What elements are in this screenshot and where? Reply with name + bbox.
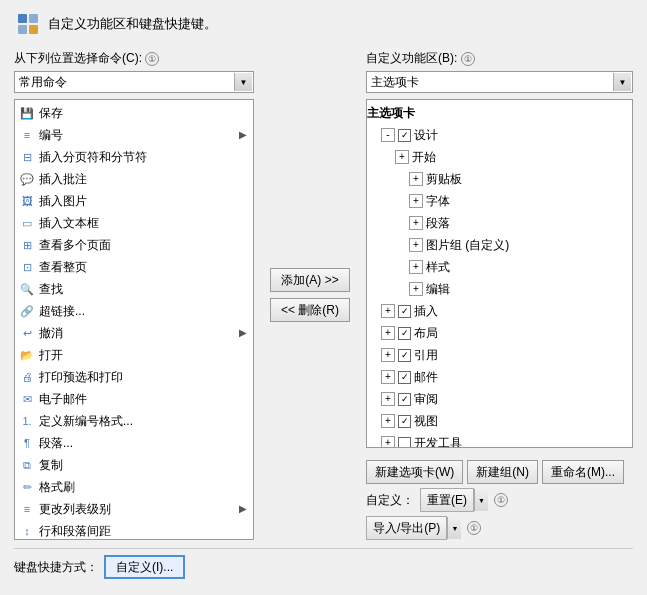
- tree-expand-icon[interactable]: +: [395, 150, 409, 164]
- left-info-icon: ①: [145, 52, 159, 66]
- tree-expand-icon[interactable]: +: [381, 392, 395, 406]
- command-list-item[interactable]: ⧉复制: [15, 454, 253, 476]
- tree-item-label: 布局: [414, 324, 438, 342]
- command-list-item[interactable]: 📂打开: [15, 344, 253, 366]
- tree-expand-icon[interactable]: +: [409, 282, 423, 296]
- tree-item[interactable]: +插入: [367, 300, 632, 322]
- command-list-item[interactable]: ↕行和段落间距: [15, 520, 253, 540]
- ribbon-customize-dropdown[interactable]: 主选项卡: [366, 71, 633, 93]
- left-dropdown-wrapper[interactable]: 常用命令 ▼: [14, 71, 254, 93]
- tree-expand-icon[interactable]: +: [409, 260, 423, 274]
- tree-item[interactable]: +剪贴板: [367, 168, 632, 190]
- command-list-item[interactable]: 🖼插入图片: [15, 190, 253, 212]
- import-export-arrow-icon[interactable]: ▼: [447, 517, 461, 539]
- tree-expand-icon[interactable]: +: [381, 436, 395, 448]
- tree-item[interactable]: +开始: [367, 146, 632, 168]
- command-item-label: 段落...: [39, 434, 73, 452]
- reset-dropdown[interactable]: 重置(E) ▼: [420, 488, 488, 512]
- tree-item[interactable]: +开发工具: [367, 432, 632, 448]
- tree-item[interactable]: -设计: [367, 124, 632, 146]
- main-content: 从下列位置选择命令(C): ① 常用命令 ▼ 💾保存≡编号▶⊟插入分页符和分节符…: [14, 50, 633, 540]
- pagebreak-icon: ⊟: [19, 149, 35, 165]
- keyboard-customize-button[interactable]: 自定义(I)...: [104, 555, 185, 579]
- tree-expand-icon[interactable]: +: [409, 216, 423, 230]
- tree-expand-icon[interactable]: +: [381, 348, 395, 362]
- command-list-item[interactable]: 💾保存: [15, 102, 253, 124]
- command-list-item[interactable]: 🔍查找: [15, 278, 253, 300]
- tree-checkbox[interactable]: [398, 305, 411, 318]
- command-list-item[interactable]: ✉电子邮件: [15, 388, 253, 410]
- dialog-title: 自定义功能区和键盘快捷键。: [48, 15, 217, 33]
- tree-expand-icon[interactable]: +: [409, 238, 423, 252]
- reset-arrow-icon[interactable]: ▼: [474, 489, 488, 511]
- tree-item[interactable]: +审阅: [367, 388, 632, 410]
- command-item-label: 插入图片: [39, 192, 87, 210]
- tree-item[interactable]: +布局: [367, 322, 632, 344]
- command-list-item[interactable]: 🔗超链接...: [15, 300, 253, 322]
- tree-item[interactable]: +样式: [367, 256, 632, 278]
- undo-icon: ↩: [19, 325, 35, 341]
- command-list-item[interactable]: ⊡查看整页: [15, 256, 253, 278]
- command-item-label: 插入文本框: [39, 214, 99, 232]
- command-item-label: 复制: [39, 456, 63, 474]
- command-item-label: 格式刷: [39, 478, 75, 496]
- tree-item[interactable]: +段落: [367, 212, 632, 234]
- command-source-dropdown[interactable]: 常用命令: [14, 71, 254, 93]
- tree-item[interactable]: +邮件: [367, 366, 632, 388]
- tree-expand-icon[interactable]: +: [381, 304, 395, 318]
- print-icon: 🖨: [19, 369, 35, 385]
- submenu-arrow-icon: ▶: [239, 500, 247, 518]
- tree-checkbox[interactable]: [398, 415, 411, 428]
- command-list-item[interactable]: 1.定义新编号格式...: [15, 410, 253, 432]
- tree-checkbox[interactable]: [398, 349, 411, 362]
- command-list-item[interactable]: ¶段落...: [15, 432, 253, 454]
- customize-text-label: 自定义：: [366, 492, 414, 509]
- keyboard-label: 键盘快捷方式：: [14, 559, 98, 576]
- import-export-button[interactable]: 导入/导出(P): [366, 516, 447, 540]
- tree-expand-icon[interactable]: +: [409, 194, 423, 208]
- tree-checkbox[interactable]: [398, 327, 411, 340]
- import-export-dropdown[interactable]: 导入/导出(P) ▼: [366, 516, 461, 540]
- tree-checkbox[interactable]: [398, 129, 411, 142]
- new-tab-button[interactable]: 新建选项卡(W): [366, 460, 463, 484]
- command-list[interactable]: 💾保存≡编号▶⊟插入分页符和分节符💬插入批注🖼插入图片▭插入文本框⊞查看多个页面…: [14, 99, 254, 540]
- tree-checkbox[interactable]: [398, 371, 411, 384]
- ribbon-tree[interactable]: 主选项卡-设计+开始+剪贴板+字体+段落+图片组 (自定义)+样式+编辑+插入+…: [366, 99, 633, 448]
- tree-item[interactable]: +图片组 (自定义): [367, 234, 632, 256]
- command-list-item[interactable]: ▭插入文本框: [15, 212, 253, 234]
- tree-item[interactable]: +视图: [367, 410, 632, 432]
- tree-checkbox[interactable]: [398, 437, 411, 449]
- tree-item[interactable]: +编辑: [367, 278, 632, 300]
- remove-button[interactable]: << 删除(R): [270, 298, 350, 322]
- tree-item-label: 引用: [414, 346, 438, 364]
- tree-checkbox[interactable]: [398, 393, 411, 406]
- command-list-item[interactable]: ≡更改列表级别▶: [15, 498, 253, 520]
- reset-button[interactable]: 重置(E): [420, 488, 474, 512]
- command-list-item[interactable]: ↩撤消▶: [15, 322, 253, 344]
- new-group-button[interactable]: 新建组(N): [467, 460, 538, 484]
- tree-expand-icon[interactable]: +: [381, 370, 395, 384]
- right-dropdown-wrapper[interactable]: 主选项卡 ▼: [366, 71, 633, 93]
- tree-item[interactable]: +引用: [367, 344, 632, 366]
- command-item-label: 查找: [39, 280, 63, 298]
- add-button[interactable]: 添加(A) >>: [270, 268, 350, 292]
- command-list-item[interactable]: 💬插入批注: [15, 168, 253, 190]
- command-list-item[interactable]: ✏格式刷: [15, 476, 253, 498]
- tree-expand-icon[interactable]: +: [409, 172, 423, 186]
- import-info-icon: ①: [467, 521, 481, 535]
- tree-item[interactable]: 主选项卡: [367, 102, 632, 124]
- tree-item[interactable]: +字体: [367, 190, 632, 212]
- rename-button[interactable]: 重命名(M)...: [542, 460, 624, 484]
- tree-expand-icon[interactable]: +: [381, 414, 395, 428]
- formatbrush-icon: ✏: [19, 479, 35, 495]
- tree-expand-icon[interactable]: -: [381, 128, 395, 142]
- command-list-item[interactable]: ⊟插入分页符和分节符: [15, 146, 253, 168]
- command-item-label: 插入批注: [39, 170, 87, 188]
- command-list-item[interactable]: ≡编号▶: [15, 124, 253, 146]
- command-list-item[interactable]: ⊞查看多个页面: [15, 234, 253, 256]
- command-list-item[interactable]: 🖨打印预选和打印: [15, 366, 253, 388]
- middle-buttons: 添加(A) >> << 删除(R): [264, 268, 356, 322]
- open-icon: 📂: [19, 347, 35, 363]
- tree-item-label: 图片组 (自定义): [426, 236, 509, 254]
- tree-expand-icon[interactable]: +: [381, 326, 395, 340]
